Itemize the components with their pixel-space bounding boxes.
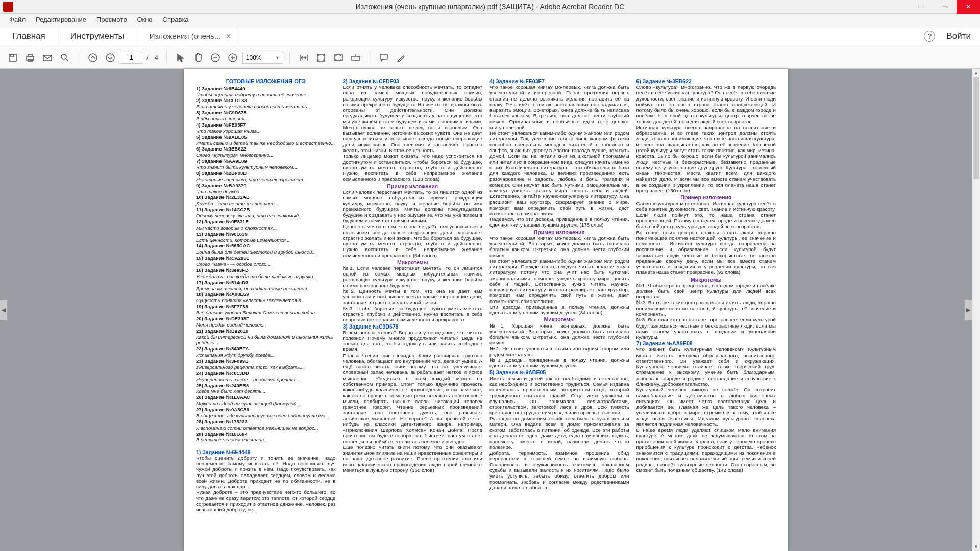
toc-item: 21) Задание №Be2018Какой бы интересной н… [196,328,336,346]
task-1-body: Чтобы оценить доброту и понять её значен… [196,455,336,513]
toc-item: 2) Задание №CFDF33Если отнять у человека… [196,97,336,110]
print-icon[interactable] [22,50,38,65]
toc-item: 29) Задание №161694В детстве человек сча… [196,431,336,443]
window-title: Изложения (очень крупные шпаргалки).pdf … [356,3,625,11]
toc-item: 10) Задание №2E31ABДружба – это не что-т… [196,194,336,207]
toc-item: 22) Задание №840EFAИспытания ждут дружбу… [196,346,336,358]
task-1-title: 1) Задание №6E4449 [196,449,336,455]
tab-tools[interactable]: Инструменты [58,26,137,46]
menu-window[interactable]: Окно [132,16,157,23]
toc-item: 28) Задание №173233Я вспоминаю сотни отв… [196,419,336,431]
toc-item: 1) Задание №6E4449Чтобы оценить доброту … [196,86,336,98]
menu-edit[interactable]: Редактирование [31,16,91,23]
toc-item: 8) Задание №2BF08BНекоторые считают, что… [196,170,336,183]
window-titlebar: Изложения (очень крупные шпаргалки).pdf … [0,0,980,14]
task-2-body2: Если человек перестанет мечтать, то он л… [343,189,483,258]
task-2-sub2: Микротемы [343,259,483,265]
toc-item: 11) Задание №14CC2BОдному человеку сказа… [196,207,336,219]
column-1: ГОТОВЫЕ ИЗЛОЖЕНИЯ ОГЭ 1) Задание №6E4449… [196,78,336,542]
vertical-scrollbar[interactable]: ▲ ▼ [972,69,980,551]
toc-item: 18) Задание №A08E59Сущность понятия «вла… [196,291,336,304]
select-tool-icon[interactable] [173,50,188,65]
toc-item: 16) Задание №3ee3FDУ каждого из нас когд… [196,267,336,280]
email-icon[interactable] [40,50,55,65]
search-icon[interactable] [57,50,72,65]
toc-item: 12) Задание №0E831EМы часто говорим о сл… [196,219,336,231]
svg-point-7 [89,54,97,62]
task-2-title: 2) Задание №CFDF03 [343,78,483,84]
toc-item: 6) Задание №3EB622Слово «культура» много… [196,146,336,158]
task-4-title: 4) Задание №FE03F7 [489,78,629,84]
fit-width-icon[interactable] [296,50,311,65]
task-4-body3: №1. Хорошая книга, во-первых, должна быт… [489,323,629,369]
zoom-out-icon[interactable] [208,50,223,65]
svg-rect-3 [28,54,32,56]
toc-item: 5) Задание №9ABE05Иметь семью и детей та… [196,134,336,146]
column-4: 6) Задание №3EB622 Слово «культура» мног… [636,78,776,542]
document-viewport: ◀ ▶ ГОТОВЫЕ ИЗЛОЖЕНИЯ ОГЭ 1) Задание №6E… [0,69,972,551]
tab-home[interactable]: Главная [0,26,58,46]
app-icon [3,2,13,12]
tab-document[interactable]: Изложения (очень... ✕ [137,26,238,46]
zoom-in-icon[interactable] [225,50,240,65]
menu-view[interactable]: Просмотр [91,16,132,23]
toc-item: 26) Задание №1E8AA8Можно ли одной исчерп… [196,394,336,407]
save-icon[interactable] [5,50,20,65]
column-3: 4) Задание №FE03F7 Что такое хорошая кни… [489,78,629,542]
task-6-body1: Слово «культура» многогранно. Что же в п… [636,84,776,193]
toc-item: 27) Задание №0A3C36В обществе, где культ… [196,407,336,419]
scroll-up-icon[interactable]: ▲ [972,69,980,77]
tab-close-icon[interactable]: ✕ [226,32,232,40]
sign-icon[interactable] [394,50,409,65]
toc-item: 24) Задание №c013DDНеуверенность в себе … [196,370,336,383]
toc-item: 15) Задание №CA2981Слово «мама» — особое… [196,255,336,267]
window-controls: — ▭ ✕ [910,0,980,14]
login-link[interactable]: Войти [946,31,971,41]
prev-page-arrow[interactable]: ◀ [0,300,7,320]
comment-icon[interactable] [376,50,391,65]
toc-item: 13) Задание №901639Есть ценности, которы… [196,231,336,243]
page-up-icon[interactable] [85,50,101,65]
task-3-title: 3) Задание №C9D678 [343,323,483,330]
chevron-down-icon: ▼ [275,55,283,60]
scroll-thumb[interactable] [973,77,979,179]
fit-page-icon[interactable] [313,50,329,65]
task-4-sub2: Микротемы [489,316,629,322]
svg-point-8 [106,54,114,62]
scroll-down-icon[interactable]: ▼ [972,543,980,551]
task-7-title: 7) Задание №AA9E09 [636,340,776,346]
minimize-button[interactable]: — [910,0,933,14]
hand-tool-icon[interactable] [190,50,206,65]
toc-list: 1) Задание №6E4449Чтобы оценить доброту … [196,86,336,443]
svg-rect-0 [9,54,16,61]
task-3-body: В чём польза чтения? Верно ли утверждени… [343,330,483,473]
toc-item: 4) Задание №FE03F7Что такое хорошая книг… [196,122,336,134]
keyboard-icon[interactable] [348,50,363,65]
help-icon[interactable]: ? [924,31,935,42]
menu-file[interactable]: Файл [4,16,31,23]
toc-item: 20) Задание №DE398FМеня предал родной че… [196,316,336,328]
zoom-value: 100% [246,54,262,61]
toc-item: 25) Задание №240EB6Когда мне было лет де… [196,383,336,395]
next-page-arrow[interactable]: ▶ [965,300,972,320]
doc-header: ГОТОВЫЕ ИЗЛОЖЕНИЯ ОГЭ [196,78,336,85]
task-5-title: 5) Задание №9ABE05 [489,369,629,375]
maximize-button[interactable]: ▭ [933,0,957,14]
close-button[interactable]: ✕ [957,0,980,14]
separator [289,51,290,64]
tab-bar: Главная Инструменты Изложения (очень... … [0,26,980,46]
svg-rect-2 [27,56,34,60]
read-mode-icon[interactable] [331,50,346,65]
separator [166,51,167,64]
zoom-select[interactable]: 100% ▼ [242,52,283,64]
toc-item: 17) Задание №514cD3Времена меняются, при… [196,280,336,292]
page-down-icon[interactable] [103,50,118,65]
toc-item: 23) Задание №3F099BУниверсального рецепт… [196,358,336,370]
task-6-title: 6) Задание №3EB622 [636,78,776,84]
toc-item: 9) Задание №BA9370Что такое дружба... [196,183,336,195]
menu-help[interactable]: Справка [158,16,194,23]
page-number-input[interactable] [120,52,142,64]
separator [370,51,370,64]
svg-rect-13 [352,56,360,60]
task-2-body1: Если отнять у человека способность мечта… [343,84,483,182]
